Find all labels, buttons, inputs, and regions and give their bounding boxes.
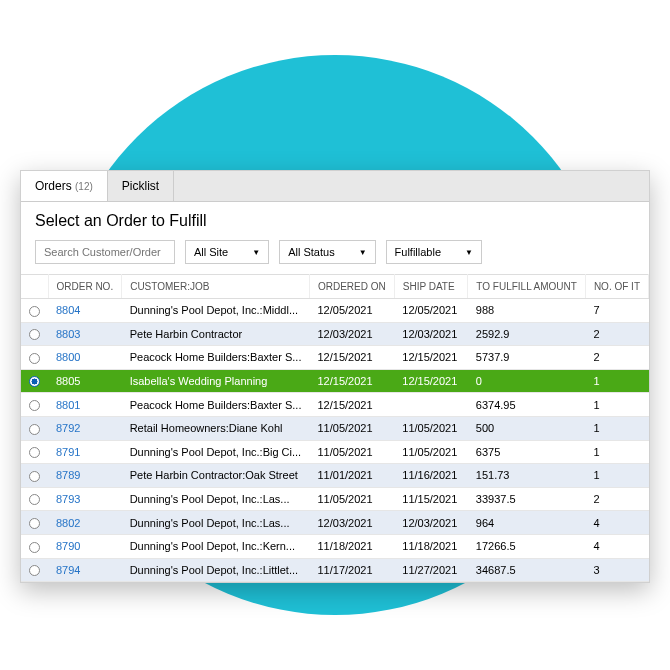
cell-amount: 33937.5 bbox=[468, 487, 586, 511]
cell-amount: 6374.95 bbox=[468, 393, 586, 417]
caret-down-icon: ▼ bbox=[252, 248, 260, 257]
col-ordered-on[interactable]: ORDERED ON bbox=[309, 275, 394, 299]
cell-order-no[interactable]: 8789 bbox=[48, 464, 122, 488]
cell-customer: Dunning's Pool Depot, Inc.:Las... bbox=[122, 511, 310, 535]
cell-amount: 0 bbox=[468, 369, 586, 393]
search-input[interactable] bbox=[35, 240, 175, 264]
radio-icon[interactable] bbox=[29, 376, 40, 387]
row-radio-cell[interactable] bbox=[21, 416, 48, 440]
table-row[interactable]: 8805Isabella's Wedding Planning12/15/202… bbox=[21, 369, 649, 393]
table-row[interactable]: 8791Dunning's Pool Depot, Inc.:Big Ci...… bbox=[21, 440, 649, 464]
table-header-row: ORDER NO. CUSTOMER:JOB ORDERED ON SHIP D… bbox=[21, 275, 649, 299]
cell-order-no[interactable]: 8792 bbox=[48, 416, 122, 440]
cell-items: 1 bbox=[585, 416, 648, 440]
radio-icon[interactable] bbox=[29, 542, 40, 553]
cell-ordered-on: 12/03/2021 bbox=[309, 511, 394, 535]
row-radio-cell[interactable] bbox=[21, 299, 48, 323]
row-radio-cell[interactable] bbox=[21, 322, 48, 346]
table-row[interactable]: 8803Pete Harbin Contractor12/03/202112/0… bbox=[21, 322, 649, 346]
radio-icon[interactable] bbox=[29, 329, 40, 340]
filter-bar: All Site ▼ All Status ▼ Fulfillable ▼ bbox=[21, 236, 649, 274]
radio-icon[interactable] bbox=[29, 424, 40, 435]
tab-orders-count: (12) bbox=[75, 181, 93, 192]
cell-ordered-on: 12/15/2021 bbox=[309, 369, 394, 393]
tab-orders[interactable]: Orders (12) bbox=[21, 171, 108, 201]
radio-icon[interactable] bbox=[29, 306, 40, 317]
table-row[interactable]: 8804Dunning's Pool Depot, Inc.:Middl...1… bbox=[21, 299, 649, 323]
row-radio-cell[interactable] bbox=[21, 558, 48, 582]
row-radio-cell[interactable] bbox=[21, 534, 48, 558]
row-radio-cell[interactable] bbox=[21, 440, 48, 464]
cell-order-no[interactable]: 8790 bbox=[48, 534, 122, 558]
cell-ship-date: 12/03/2021 bbox=[394, 322, 468, 346]
cell-amount: 151.73 bbox=[468, 464, 586, 488]
radio-icon[interactable] bbox=[29, 400, 40, 411]
status-dropdown[interactable]: All Status ▼ bbox=[279, 240, 375, 264]
row-radio-cell[interactable] bbox=[21, 487, 48, 511]
cell-ship-date: 12/05/2021 bbox=[394, 299, 468, 323]
cell-customer: Isabella's Wedding Planning bbox=[122, 369, 310, 393]
cell-customer: Retail Homeowners:Diane Kohl bbox=[122, 416, 310, 440]
row-radio-cell[interactable] bbox=[21, 464, 48, 488]
cell-items: 1 bbox=[585, 369, 648, 393]
cell-ordered-on: 12/05/2021 bbox=[309, 299, 394, 323]
table-row[interactable]: 8790Dunning's Pool Depot, Inc.:Kern...11… bbox=[21, 534, 649, 558]
row-radio-cell[interactable] bbox=[21, 393, 48, 417]
cell-items: 1 bbox=[585, 464, 648, 488]
cell-amount: 17266.5 bbox=[468, 534, 586, 558]
table-row[interactable]: 8801Peacock Home Builders:Baxter S...12/… bbox=[21, 393, 649, 417]
cell-ordered-on: 12/03/2021 bbox=[309, 322, 394, 346]
cell-order-no[interactable]: 8805 bbox=[48, 369, 122, 393]
cell-order-no[interactable]: 8791 bbox=[48, 440, 122, 464]
col-no-of-items[interactable]: NO. OF IT bbox=[585, 275, 648, 299]
cell-order-no[interactable]: 8794 bbox=[48, 558, 122, 582]
page-title: Select an Order to Fulfill bbox=[21, 202, 649, 236]
cell-amount: 34687.5 bbox=[468, 558, 586, 582]
radio-icon[interactable] bbox=[29, 447, 40, 458]
col-order-no[interactable]: ORDER NO. bbox=[48, 275, 122, 299]
cell-order-no[interactable]: 8793 bbox=[48, 487, 122, 511]
cell-order-no[interactable]: 8804 bbox=[48, 299, 122, 323]
row-radio-cell[interactable] bbox=[21, 369, 48, 393]
radio-icon[interactable] bbox=[29, 471, 40, 482]
cell-ship-date: 11/15/2021 bbox=[394, 487, 468, 511]
cell-order-no[interactable]: 8803 bbox=[48, 322, 122, 346]
fulfill-dropdown[interactable]: Fulfillable ▼ bbox=[386, 240, 482, 264]
table-row[interactable]: 8800Peacock Home Builders:Baxter S...12/… bbox=[21, 346, 649, 370]
cell-items: 7 bbox=[585, 299, 648, 323]
col-to-fulfill[interactable]: TO FULFILL AMOUNT bbox=[468, 275, 586, 299]
tab-picklist[interactable]: Picklist bbox=[108, 171, 174, 201]
cell-ordered-on: 11/05/2021 bbox=[309, 487, 394, 511]
site-dropdown[interactable]: All Site ▼ bbox=[185, 240, 269, 264]
cell-ordered-on: 11/01/2021 bbox=[309, 464, 394, 488]
radio-icon[interactable] bbox=[29, 494, 40, 505]
cell-order-no[interactable]: 8802 bbox=[48, 511, 122, 535]
row-radio-cell[interactable] bbox=[21, 511, 48, 535]
table-row[interactable]: 8792Retail Homeowners:Diane Kohl11/05/20… bbox=[21, 416, 649, 440]
cell-items: 1 bbox=[585, 440, 648, 464]
col-radio bbox=[21, 275, 48, 299]
orders-table: ORDER NO. CUSTOMER:JOB ORDERED ON SHIP D… bbox=[21, 274, 649, 582]
table-row[interactable]: 8802Dunning's Pool Depot, Inc.:Las...12/… bbox=[21, 511, 649, 535]
cell-amount: 988 bbox=[468, 299, 586, 323]
col-ship-date[interactable]: SHIP DATE bbox=[394, 275, 468, 299]
status-dropdown-label: All Status bbox=[288, 246, 334, 258]
row-radio-cell[interactable] bbox=[21, 346, 48, 370]
cell-ship-date: 11/27/2021 bbox=[394, 558, 468, 582]
cell-order-no[interactable]: 8801 bbox=[48, 393, 122, 417]
radio-icon[interactable] bbox=[29, 565, 40, 576]
table-row[interactable]: 8793Dunning's Pool Depot, Inc.:Las...11/… bbox=[21, 487, 649, 511]
cell-customer: Pete Harbin Contractor:Oak Street bbox=[122, 464, 310, 488]
cell-amount: 5737.9 bbox=[468, 346, 586, 370]
caret-down-icon: ▼ bbox=[465, 248, 473, 257]
radio-icon[interactable] bbox=[29, 353, 40, 364]
cell-ordered-on: 11/18/2021 bbox=[309, 534, 394, 558]
table-row[interactable]: 8794Dunning's Pool Depot, Inc.:Littlet..… bbox=[21, 558, 649, 582]
col-customer[interactable]: CUSTOMER:JOB bbox=[122, 275, 310, 299]
cell-order-no[interactable]: 8800 bbox=[48, 346, 122, 370]
cell-amount: 500 bbox=[468, 416, 586, 440]
radio-icon[interactable] bbox=[29, 518, 40, 529]
table-row[interactable]: 8789Pete Harbin Contractor:Oak Street11/… bbox=[21, 464, 649, 488]
site-dropdown-label: All Site bbox=[194, 246, 228, 258]
cell-amount: 2592.9 bbox=[468, 322, 586, 346]
